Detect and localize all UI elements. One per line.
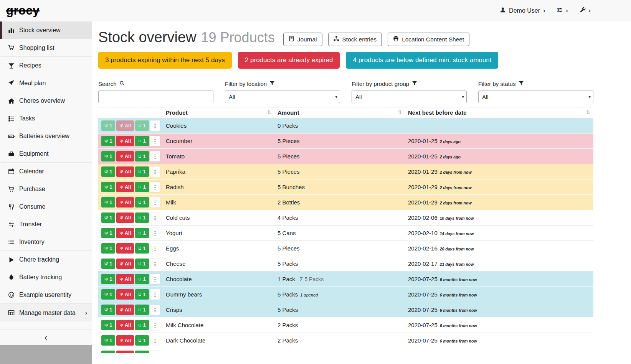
open-one-button[interactable]: ⊔1 xyxy=(135,166,149,177)
open-one-button[interactable]: ⊔1 xyxy=(135,136,149,146)
sidebar-item-chores-overview[interactable]: Chores overview xyxy=(0,92,92,110)
grocy-logo[interactable]: grocy xyxy=(6,4,40,18)
settings-menu[interactable]: › xyxy=(557,7,568,15)
sidebar-item-tasks[interactable]: Tasks xyxy=(0,110,92,127)
open-one-button[interactable]: ⊔1 xyxy=(135,274,149,284)
product-column-header[interactable]: Product⇅ xyxy=(163,107,274,118)
stock-entries-button[interactable]: Stock entries xyxy=(328,33,382,46)
sidebar-item-equipment[interactable]: Equipment xyxy=(0,145,92,163)
consume-one-button[interactable]: Ψ1 xyxy=(101,335,115,346)
row-menu-button[interactable]: ⋮ xyxy=(150,320,160,330)
amount-column-header[interactable]: Amount⇅ xyxy=(274,107,405,118)
open-one-button[interactable]: ⊔1 xyxy=(135,335,149,346)
status-filter-select[interactable]: All ▾ xyxy=(478,91,593,103)
consume-all-button[interactable]: ΨAll xyxy=(116,151,134,161)
consume-one-button[interactable]: Ψ1 xyxy=(101,136,115,146)
sidebar-item-battery-tracking[interactable]: Battery tracking xyxy=(0,268,92,286)
consume-one-button[interactable]: Ψ1 xyxy=(101,166,115,177)
consume-one-button[interactable]: Ψ1 xyxy=(101,259,115,269)
next-best-before-column-header[interactable]: Next best before date⇅ xyxy=(405,107,593,118)
consume-all-button[interactable]: ΨAll xyxy=(116,182,134,192)
sidebar-item-meal-plan[interactable]: Meal plan xyxy=(0,74,92,92)
sidebar-item-purchase[interactable]: Purchase xyxy=(0,180,92,198)
location-filter-select[interactable]: All ▾ xyxy=(225,91,340,103)
sidebar-item-manage-master-data[interactable]: Manage master data › xyxy=(0,304,92,321)
consume-one-button[interactable]: Ψ1 xyxy=(101,305,115,315)
sort-icon[interactable]: ⇅ xyxy=(267,109,271,115)
consume-all-button[interactable]: ΨAll xyxy=(116,166,134,177)
open-one-button[interactable]: ⊔1 xyxy=(135,197,149,208)
journal-button[interactable]: Journal xyxy=(283,33,322,46)
consume-all-button[interactable]: ΨAll xyxy=(116,228,134,238)
row-menu-button[interactable]: ⋮ xyxy=(150,151,160,161)
consume-all-button[interactable]: ΨAll xyxy=(116,212,134,223)
consume-one-button[interactable]: Ψ1 xyxy=(101,151,115,161)
consume-all-button[interactable]: ΨAll xyxy=(116,120,134,131)
expired-alert[interactable]: 2 products are already expired xyxy=(238,52,340,69)
expiring-soon-alert[interactable]: 3 products expiring within the next 5 da… xyxy=(98,52,232,69)
row-menu-button[interactable]: ⋮ xyxy=(150,120,160,131)
sidebar-item-consume[interactable]: Consume xyxy=(0,198,92,216)
row-menu-button[interactable]: ⋮ xyxy=(150,351,160,353)
sidebar-item-shopping-list[interactable]: Shopping list xyxy=(0,39,92,57)
open-one-button[interactable]: ⊔1 xyxy=(135,305,149,315)
open-one-button[interactable]: ⊔1 xyxy=(135,351,149,353)
consume-one-button[interactable]: Ψ1 xyxy=(101,243,115,254)
row-menu-button[interactable]: ⋮ xyxy=(150,228,160,238)
consume-all-button[interactable]: ΨAll xyxy=(116,274,134,284)
consume-all-button[interactable]: ΨAll xyxy=(116,259,134,269)
sidebar-item-example-userentity[interactable]: Example userentity xyxy=(0,286,92,304)
consume-one-button[interactable]: Ψ1 xyxy=(101,228,115,238)
row-menu-button[interactable]: ⋮ xyxy=(150,136,160,146)
row-menu-button[interactable]: ⋮ xyxy=(150,289,160,300)
consume-one-button[interactable]: Ψ1 xyxy=(101,197,115,208)
open-one-button[interactable]: ⊔1 xyxy=(135,259,149,269)
consume-all-button[interactable]: ΨAll xyxy=(116,335,134,346)
row-menu-button[interactable]: ⋮ xyxy=(150,197,160,208)
consume-one-button[interactable]: Ψ1 xyxy=(101,212,115,223)
row-menu-button[interactable]: ⋮ xyxy=(150,274,160,284)
open-one-button[interactable]: ⊔1 xyxy=(135,228,149,238)
consume-all-button[interactable]: ΨAll xyxy=(116,243,134,254)
row-menu-button[interactable]: ⋮ xyxy=(150,212,160,223)
consume-all-button[interactable]: ΨAll xyxy=(116,289,134,300)
row-menu-button[interactable]: ⋮ xyxy=(150,166,160,177)
sort-icon[interactable]: ⇅ xyxy=(398,109,402,115)
consume-all-button[interactable]: ΨAll xyxy=(116,305,134,315)
user-menu[interactable]: Demo User › xyxy=(500,7,545,15)
consume-all-button[interactable]: ΨAll xyxy=(116,197,134,208)
sidebar-item-recipes[interactable]: Recipes xyxy=(0,57,92,74)
open-one-button[interactable]: ⊔1 xyxy=(135,212,149,223)
sidebar-item-transfer[interactable]: Transfer xyxy=(0,216,92,233)
consume-one-button[interactable]: Ψ1 xyxy=(101,182,115,192)
sort-icon[interactable]: ⇅ xyxy=(586,109,590,115)
sidebar-collapse-button[interactable]: ‹ xyxy=(0,329,92,345)
row-menu-button[interactable]: ⋮ xyxy=(150,259,160,269)
search-input[interactable] xyxy=(98,91,213,103)
consume-one-button[interactable]: Ψ1 xyxy=(101,120,115,131)
open-one-button[interactable]: ⊔1 xyxy=(135,320,149,330)
sidebar-item-inventory[interactable]: Inventory xyxy=(0,233,92,251)
consume-all-button[interactable]: ΨAll xyxy=(116,351,134,353)
row-menu-button[interactable]: ⋮ xyxy=(150,335,160,346)
open-one-button[interactable]: ⊔1 xyxy=(135,243,149,254)
product-group-filter-select[interactable]: All ▾ xyxy=(352,91,467,103)
sidebar-item-calendar[interactable]: Calendar xyxy=(0,163,92,180)
location-content-sheet-button[interactable]: Location Content Sheet xyxy=(388,33,469,46)
open-one-button[interactable]: ⊔1 xyxy=(135,120,149,131)
consume-all-button[interactable]: ΨAll xyxy=(116,320,134,330)
consume-one-button[interactable]: Ψ1 xyxy=(101,274,115,284)
consume-one-button[interactable]: Ψ1 xyxy=(101,351,115,353)
open-one-button[interactable]: ⊔1 xyxy=(135,289,149,300)
below-min-stock-alert[interactable]: 4 products are below defined min. stock … xyxy=(346,52,498,69)
consume-one-button[interactable]: Ψ1 xyxy=(101,320,115,330)
consume-one-button[interactable]: Ψ1 xyxy=(101,289,115,300)
row-menu-button[interactable]: ⋮ xyxy=(150,305,160,315)
sidebar-item-batteries-overview[interactable]: Batteries overview xyxy=(0,127,92,145)
open-one-button[interactable]: ⊔1 xyxy=(135,182,149,192)
consume-all-button[interactable]: ΨAll xyxy=(116,136,134,146)
sidebar-item-chore-tracking[interactable]: Chore tracking xyxy=(0,251,92,268)
row-menu-button[interactable]: ⋮ xyxy=(150,243,160,254)
row-menu-button[interactable]: ⋮ xyxy=(150,182,160,192)
sidebar-item-stock-overview[interactable]: Stock overview xyxy=(0,21,92,39)
